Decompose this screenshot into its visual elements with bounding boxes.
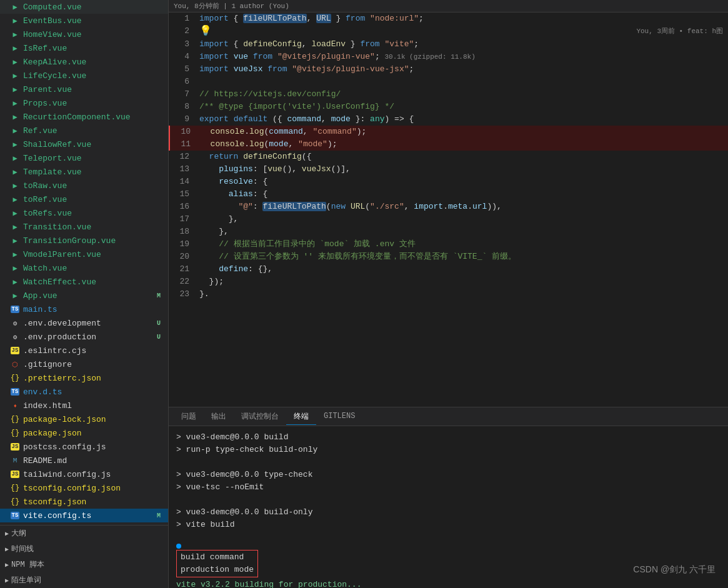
file-item[interactable]: MREADME.md (0, 454, 168, 467)
file-item[interactable]: ⚙.env.productionU (0, 330, 168, 344)
file-name: KeepAlive.vue (23, 57, 163, 67)
file-item[interactable]: ⬧index.html (0, 399, 168, 412)
file-name: Parent.vue (23, 85, 163, 94)
file-item[interactable]: {}tsconfig.config.json (0, 481, 168, 495)
code-line-22: 22 }); (169, 276, 728, 288)
line-number: 17 (169, 213, 197, 226)
bottom-section-陌生单词[interactable]: ▶陌生单词 (0, 572, 168, 588)
html-file-icon: ⬧ (10, 401, 20, 411)
file-name: Ref.vue (23, 126, 163, 136)
file-item[interactable]: ▶WatchEffect.vue (0, 275, 168, 289)
line-number: 4 (169, 51, 197, 63)
file-item[interactable]: ⚙.env.developmentU (0, 316, 168, 330)
file-item[interactable]: {}.prettierrc.json (0, 371, 168, 385)
vue-file-icon: ▶ (10, 222, 20, 232)
file-item[interactable]: JSpostcss.config.js (0, 440, 168, 454)
file-item[interactable]: ▶Computed.vue (0, 0, 168, 14)
file-name: env.d.ts (23, 387, 163, 397)
vue-file-icon: ▶ (10, 249, 20, 259)
file-item[interactable]: TSenv.d.ts (0, 385, 168, 399)
file-item[interactable]: ▶IsRef.vue (0, 41, 168, 55)
file-item[interactable]: ▶Props.vue (0, 96, 168, 110)
file-name: toRaw.vue (23, 181, 163, 191)
file-item[interactable]: ▶LifeCycle.vue (0, 69, 168, 82)
file-item[interactable]: JS.eslintrc.cjs (0, 344, 168, 357)
file-item[interactable]: ▶toRefs.vue (0, 206, 168, 220)
file-item[interactable]: TSvite.config.tsM (0, 509, 168, 522)
terminal-indicator-line (176, 544, 721, 549)
file-name: VmodelParent.vue (23, 250, 163, 259)
terminal-tab-问题[interactable]: 问题 (174, 409, 204, 425)
file-item[interactable]: JStailwind.config.js (0, 467, 168, 481)
bottom-section-时间线[interactable]: ▶时间线 (0, 541, 168, 557)
line-number: 1 (169, 12, 197, 25)
ts-file-icon: TS (10, 387, 20, 397)
file-item[interactable]: ▶toRaw.vue (0, 179, 168, 192)
file-item[interactable]: ▶Transition.vue (0, 220, 168, 234)
line-content: }, (197, 213, 728, 226)
terminal-tab-输出[interactable]: 输出 (204, 409, 234, 425)
file-item[interactable]: ▶App.vueM (0, 289, 168, 302)
json-file-icon: {} (10, 414, 20, 424)
json-file-icon: {} (10, 483, 20, 493)
vue-file-icon: ▶ (10, 112, 20, 122)
code-line-17: 17 }, (169, 213, 728, 226)
file-item[interactable]: {}tsconfig.json (0, 495, 168, 509)
js-file-icon: JS (10, 442, 20, 452)
file-item[interactable]: ▶EventBus.vue (0, 14, 168, 27)
file-item[interactable]: ▶TransitionGroup.vue (0, 234, 168, 247)
line-content: // 设置第三个参数为 '' 来加载所有环境变量，而不管是否有 `VITE_` … (197, 251, 728, 263)
code-editor[interactable]: 1import { fileURLToPath, URL } from "nod… (169, 12, 728, 407)
file-item[interactable]: TSmain.ts (0, 302, 168, 316)
file-name: .prettierrc.json (23, 374, 163, 383)
terminal-tabs: 问题输出调试控制台终端GITLENS (169, 407, 728, 426)
file-item[interactable]: ▶Teleport.vue (0, 151, 168, 165)
terminal-line: > vue-tsc --noEmit (176, 481, 721, 494)
file-name: RecurtionComponent.vue (23, 112, 163, 122)
line-number: 20 (169, 251, 197, 263)
terminal-tab-终端[interactable]: 终端 (286, 409, 316, 425)
chevron-icon: ▶ (5, 577, 9, 584)
line-number: 19 (169, 238, 197, 251)
line-content: }. (197, 288, 728, 301)
file-item[interactable]: ▶HomeView.vue (0, 27, 168, 41)
line-content: import { fileURLToPath, URL } from "node… (197, 12, 728, 25)
file-item[interactable]: ▶toRef.vue (0, 192, 168, 206)
file-name: vite.config.ts (23, 511, 152, 521)
vue-file-icon: ▶ (10, 208, 20, 218)
line-content: console.log(mode, "mode"); (198, 138, 728, 151)
file-item[interactable]: ▶RecurtionComponent.vue (0, 110, 168, 124)
code-line-4: 4import vue from "@vitejs/plugin-vue"; 3… (169, 51, 728, 63)
file-item[interactable]: ▶Watch.vue (0, 261, 168, 275)
file-item[interactable]: {}package.json (0, 426, 168, 440)
file-name: .env.production (23, 332, 152, 342)
file-item[interactable]: ▶Parent.vue (0, 82, 168, 96)
js-file-icon: JS (10, 469, 20, 479)
bottom-section-大纲[interactable]: ▶大纲 (0, 526, 168, 541)
file-name: yarn.lock (23, 525, 163, 526)
vue-file-icon: ▶ (10, 167, 20, 177)
file-item[interactable]: ▶Template.vue (0, 165, 168, 179)
file-item[interactable]: ⬡.gitignore (0, 357, 168, 371)
line-content: // https://vitejs.dev/config/ (197, 88, 728, 101)
file-item[interactable]: ▶Ref.vue (0, 124, 168, 137)
line-number: 14 (169, 176, 197, 188)
file-name: toRefs.vue (23, 209, 163, 218)
file-item[interactable]: 🔒yarn.lock (0, 522, 168, 525)
terminal-tab-GITLENS[interactable]: GITLENS (316, 409, 362, 424)
file-item[interactable]: ▶VmodelParent.vue (0, 247, 168, 261)
line-content: export default ({ command, mode }: any) … (197, 113, 728, 126)
file-item[interactable]: ▶KeepAlive.vue (0, 55, 168, 69)
bottom-section-NPM 脚本[interactable]: ▶NPM 脚本 (0, 557, 168, 572)
file-item[interactable]: ▶ShallowRef.vue (0, 137, 168, 151)
line-number: 22 (169, 276, 197, 288)
line-number: 12 (169, 151, 197, 163)
terminal-tab-调试控制台[interactable]: 调试控制台 (234, 409, 286, 425)
line-content (197, 76, 728, 88)
file-item[interactable]: {}package-lock.json (0, 412, 168, 426)
editor-header: You, 8分钟前 | 1 author (You) (169, 0, 728, 12)
file-name: Computed.vue (23, 2, 163, 12)
json-file-icon: {} (10, 373, 20, 383)
vue-file-icon: ▶ (10, 236, 20, 246)
file-name: LifeCycle.vue (23, 71, 163, 81)
